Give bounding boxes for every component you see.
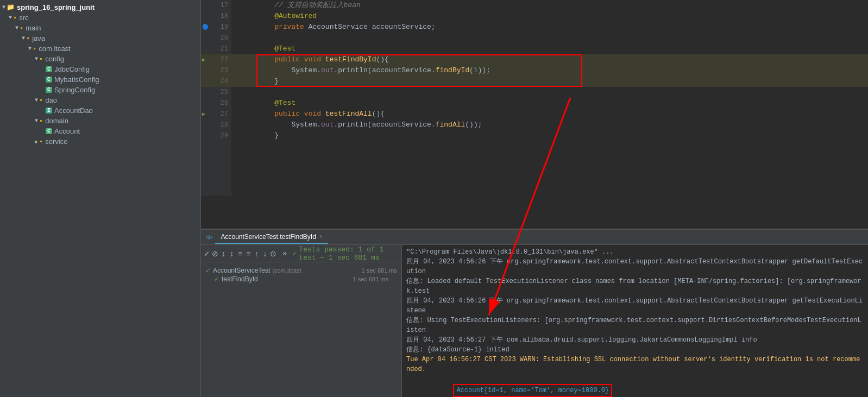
case-name: testFindById (222, 275, 258, 283)
tree-item-springconfig[interactable]: C SpringConfig (0, 85, 200, 95)
console-line-7: 信息: {dataSource-1} inited (406, 345, 864, 355)
class-icon-c2: C (46, 77, 52, 83)
code-line-18: @Autowired (231, 11, 868, 22)
code-line-17: // 支持自动装配注入bean (231, 0, 868, 11)
mybatisconfig-label: MybatisConfig (54, 75, 99, 84)
code-line-24: } (231, 76, 868, 87)
sort-desc-button[interactable]: ↕ (228, 248, 235, 260)
console-line-9: Account{id=1, name='Tom', money=1000.0} (406, 374, 864, 397)
group-time: 1 sec 681 ms (362, 267, 397, 274)
console-line-6: 四月 04, 2023 4:56:27 下午 com.alibaba.druid… (406, 335, 864, 345)
code-line-20 (231, 33, 868, 43)
config-label: config (45, 55, 64, 63)
code-line-26: @Test (231, 98, 868, 109)
test-case-item[interactable]: ✓ testFindById 1 sec 681 ms (205, 274, 397, 284)
toolbar-more: » (282, 249, 287, 258)
pass-icon: ✓ (293, 249, 297, 258)
line-num-17: 17 (201, 0, 231, 11)
code-line-23: System.out.println(accountService.findBy… (231, 65, 868, 76)
line-num-24: 24 (201, 76, 231, 87)
line-num-22: 22 ▶ (201, 54, 231, 65)
test-status-label: Tests passed: 1 of 1 test – 1 sec 681 ms (299, 245, 399, 262)
folder-icon-dao: ▪ (39, 97, 43, 104)
line-num-26: 26 (201, 98, 231, 109)
stop-button[interactable]: ⊘ (211, 248, 218, 260)
close-tab-button[interactable]: × (319, 234, 323, 240)
console-line-4: 四月 04, 2023 4:56:26 下午 org.springframewo… (406, 296, 864, 316)
tree-item-config[interactable]: ▼ ▪ config (0, 54, 200, 64)
check-button[interactable]: ✓ (203, 248, 210, 260)
folder-icon-src: ▪ (13, 14, 17, 22)
tree-item-mybatisconfig[interactable]: C MybatisConfig (0, 74, 200, 85)
bottom-panel: ◁▷ AccountServiceTest.testFindById × ✓ ⊘… (201, 229, 868, 397)
tree-root[interactable]: ▼ 📁 spring_16_spring_junit (0, 2, 200, 12)
code-line-19: private AccountService accountService; (231, 22, 868, 33)
result-red-box: Account{id=1, name='Tom', money=1000.0} (453, 384, 612, 397)
line-num-29: 29 (201, 130, 231, 141)
tree-item-main[interactable]: ▼ ▪ main (0, 23, 200, 33)
folder-icon-main: ▪ (20, 24, 23, 32)
console-line-1: "C:\Program Files\Java\jdk1.8.0_131\bin\… (406, 247, 864, 257)
class-icon-i: I (46, 108, 52, 114)
tree-item-domain[interactable]: ▼ ▪ domain (0, 116, 200, 126)
tree-item-dao[interactable]: ▼ ▪ dao (0, 95, 200, 105)
class-icon-c4: C (46, 128, 52, 134)
src-label: src (19, 14, 28, 22)
align-left-button[interactable]: ≡ (236, 248, 243, 260)
autowired-icon: 🔵 (202, 24, 209, 30)
run-icon-22[interactable]: ▶ (202, 56, 205, 63)
tree-item-comitcast[interactable]: ▼ ▪ com.itcast (0, 43, 200, 54)
search-test-button[interactable]: ⊙ (270, 248, 277, 260)
java-folder-icon: ▪ (26, 35, 30, 42)
tree-item-accountdao[interactable]: I AccountDao (0, 105, 200, 116)
code-content: // 支持自动装配注入bean @Autowired private Accou… (231, 0, 868, 196)
domain-label: domain (45, 117, 68, 125)
test-results-list: ✓ AccountServiceTest (com.itcast 1 sec 6… (201, 262, 401, 397)
class-icon-c3: C (46, 87, 52, 93)
test-toolbar: ✓ ⊘ ↕ ↕ ≡ ≡ ↑ ↓ ⊙ » ✓ Tests passed: 1 (201, 245, 401, 262)
group-class: (com.itcast (272, 267, 301, 274)
line-num-23: 23 (201, 65, 231, 76)
folder-icon-domain: ▪ (39, 117, 43, 125)
dao-label: dao (45, 96, 57, 104)
main-label: main (26, 24, 41, 32)
down-button[interactable]: ↓ (261, 248, 268, 260)
comitcast-label: com.itcast (39, 45, 71, 53)
java-label: java (32, 34, 45, 42)
code-line-21: @Test (231, 43, 868, 54)
file-tree: ▼ 📁 spring_16_spring_junit ▼ ▪ src ▼ ▪ m… (0, 0, 201, 397)
bottom-content: ✓ ⊘ ↕ ↕ ≡ ≡ ↑ ↓ ⊙ » ✓ Tests passed: 1 (201, 245, 868, 397)
align-right-button[interactable]: ≡ (245, 248, 252, 260)
package-icon: ▪ (33, 45, 36, 53)
console-output: "C:\Program Files\Java\jdk1.8.0_131\bin\… (402, 245, 868, 397)
code-line-25 (231, 87, 868, 98)
test-group-header: ✓ AccountServiceTest (com.itcast 1 sec 6… (205, 267, 397, 274)
group-pass-icon: ✓ (205, 267, 211, 274)
console-line-8: Tue Apr 04 16:56:27 CST 2023 WARN: Estab… (406, 355, 864, 374)
folder-icon-service: ▪ (39, 138, 43, 146)
bottom-tab-bar: ◁▷ AccountServiceTest.testFindById × (201, 230, 868, 245)
line-num-20: 20 (201, 33, 231, 43)
tree-item-service[interactable]: ▶ ▪ service (0, 136, 200, 147)
run-icon-27[interactable]: ▶ (202, 111, 205, 117)
tree-item-java[interactable]: ▼ ▪ java (0, 33, 200, 43)
folder-icon-config: ▪ (39, 55, 43, 63)
tree-item-jdbcconfig[interactable]: C JdbcConfig (0, 64, 200, 74)
tree-item-src[interactable]: ▼ ▪ src (0, 12, 200, 23)
tree-item-account[interactable]: C Account (0, 126, 200, 136)
folder-icon: 📁 (7, 3, 15, 11)
account-label: Account (54, 127, 80, 135)
code-line-27: public void testFindAll(){ (231, 109, 868, 119)
test-group: ✓ AccountServiceTest (com.itcast 1 sec 6… (201, 264, 401, 286)
service-label: service (45, 137, 67, 146)
bottom-tab-active[interactable]: AccountServiceTest.testFindById × (215, 231, 328, 244)
sort-asc-button[interactable]: ↕ (220, 248, 227, 260)
up-button[interactable]: ↑ (253, 248, 260, 260)
code-line-29: } (231, 130, 868, 141)
accountdao-label: AccountDao (54, 106, 93, 115)
line-num-18: 18 (201, 11, 231, 22)
code-line-28: System.out.println(accountService.findAl… (231, 119, 868, 130)
test-results-panel: ✓ ⊘ ↕ ↕ ≡ ≡ ↑ ↓ ⊙ » ✓ Tests passed: 1 (201, 245, 402, 397)
case-pass-icon: ✓ (214, 275, 219, 283)
line-num-21: 21 (201, 43, 231, 54)
